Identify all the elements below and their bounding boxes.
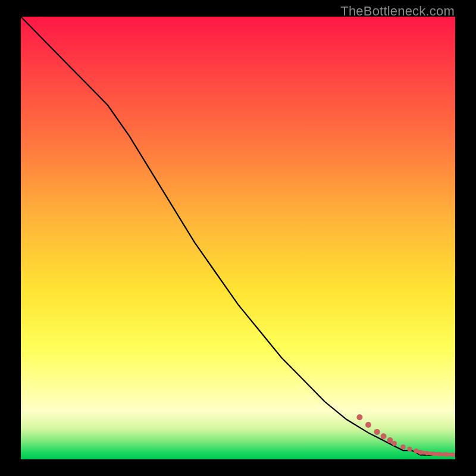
curve-dot (451, 453, 455, 457)
chart-frame: TheBottleneck.com (0, 0, 476, 476)
curve-dot (418, 450, 422, 455)
curve-dot (431, 452, 436, 456)
curve-dot (425, 451, 429, 455)
curve-dot (444, 452, 449, 456)
curve-layer (21, 17, 455, 459)
plot-area (21, 17, 455, 459)
curve-dot (392, 441, 397, 446)
curve-dot (381, 433, 387, 439)
curve-dot (414, 449, 418, 453)
curve-dot (407, 447, 412, 452)
curve-dot (365, 422, 371, 428)
curve-dot (400, 444, 405, 449)
curve-dot (356, 414, 362, 420)
curve-dot (374, 429, 380, 435)
curve-dot (438, 452, 442, 456)
bottleneck-curve (21, 17, 455, 455)
